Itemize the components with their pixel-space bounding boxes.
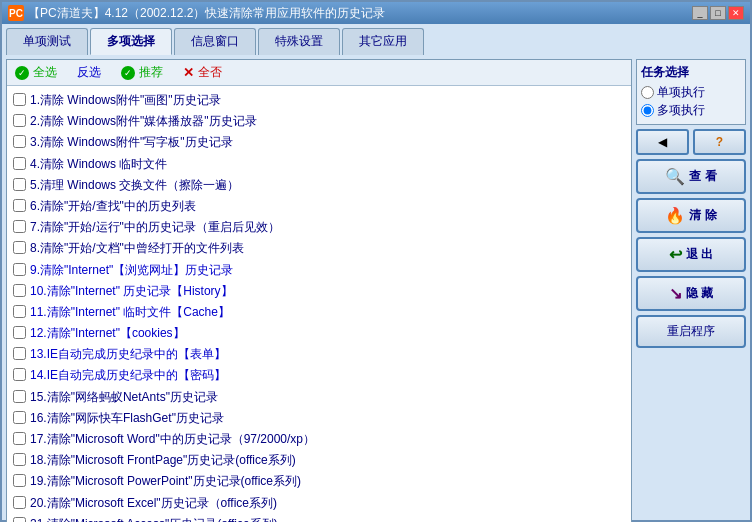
window-title: 【PC清道夫】4.12（2002.12.2）快速清除常用应用软件的历史记录 xyxy=(28,5,385,22)
item-text-7: 7.清除"开始/运行"中的历史记录（重启后见效） xyxy=(30,218,280,237)
list-item: 8.清除"开始/文档"中曾经打开的文件列表 xyxy=(11,238,627,259)
item-text-13: 13.IE自动完成历史纪录中的【表单】 xyxy=(30,345,226,364)
item-text-19: 19.清除"Microsoft PowerPoint"历史记录(office系列… xyxy=(30,472,301,491)
item-checkbox-13[interactable] xyxy=(13,347,26,360)
clear-label: 清 除 xyxy=(689,207,716,224)
list-item: 7.清除"开始/运行"中的历史记录（重启后见效） xyxy=(11,217,627,238)
item-checkbox-17[interactable] xyxy=(13,432,26,445)
item-checkbox-9[interactable] xyxy=(13,263,26,276)
list-item: 4.清除 Windows 临时文件 xyxy=(11,154,627,175)
selection-toolbar: ✓ 全选 反选 ✓ 推荐 ✕ 全否 xyxy=(7,60,631,86)
select-none-label: 全否 xyxy=(198,64,222,81)
item-checkbox-4[interactable] xyxy=(13,157,26,170)
item-checkbox-15[interactable] xyxy=(13,390,26,403)
item-text-12: 12.清除"Internet"【cookies】 xyxy=(30,324,185,343)
list-item: 18.清除"Microsoft FrontPage"历史记录(office系列) xyxy=(11,450,627,471)
view-label: 查 看 xyxy=(689,168,716,185)
view-button[interactable]: 🔍 查 看 xyxy=(636,159,746,194)
select-none-item[interactable]: ✕ 全否 xyxy=(183,64,222,81)
radio-single-label: 单项执行 xyxy=(657,84,705,101)
item-checkbox-1[interactable] xyxy=(13,93,26,106)
item-checkbox-14[interactable] xyxy=(13,368,26,381)
clear-button[interactable]: 🔥 清 除 xyxy=(636,198,746,233)
list-item: 11.清除"Internet" 临时文件【Cache】 xyxy=(11,302,627,323)
list-item: 2.清除 Windows附件"媒体播放器"历史记录 xyxy=(11,111,627,132)
list-item: 21.清除"Microsoft Access"历史记录(office系列) xyxy=(11,514,627,522)
radio-multi[interactable]: 多项执行 xyxy=(641,102,741,119)
hide-icon: ↘ xyxy=(669,284,682,303)
item-checkbox-12[interactable] xyxy=(13,326,26,339)
list-item: 16.清除"网际快车FlashGet"历史记录 xyxy=(11,408,627,429)
tab-bar: 单项测试 多项选择 信息窗口 特殊设置 其它应用 xyxy=(2,24,750,55)
help-button[interactable]: ? xyxy=(693,129,746,155)
item-checkbox-8[interactable] xyxy=(13,241,26,254)
exit-button[interactable]: ↩ 退 出 xyxy=(636,237,746,272)
minimize-button[interactable]: _ xyxy=(692,6,708,20)
list-item: 1.清除 Windows附件"画图"历史记录 xyxy=(11,90,627,111)
restart-button[interactable]: 重启程序 xyxy=(636,315,746,348)
radio-single-input[interactable] xyxy=(641,86,654,99)
tab-info-window[interactable]: 信息窗口 xyxy=(174,28,256,55)
items-list[interactable]: 1.清除 Windows附件"画图"历史记录2.清除 Windows附件"媒体播… xyxy=(7,86,631,522)
back-icon: ◀ xyxy=(658,135,667,149)
back-button[interactable]: ◀ xyxy=(636,129,689,155)
item-text-14: 14.IE自动完成历史纪录中的【密码】 xyxy=(30,366,226,385)
help-icon: ? xyxy=(716,135,723,149)
left-panel: ✓ 全选 反选 ✓ 推荐 ✕ 全否 1.清除 Windows附件"画图"历史记录 xyxy=(6,59,632,522)
main-area: ✓ 全选 反选 ✓ 推荐 ✕ 全否 1.清除 Windows附件"画图"历史记录 xyxy=(2,55,750,522)
recommend-item[interactable]: ✓ 推荐 xyxy=(121,64,163,81)
tab-multi-select[interactable]: 多项选择 xyxy=(90,28,172,55)
nav-row: ◀ ? xyxy=(636,129,746,155)
check-icon: ✓ xyxy=(15,66,29,80)
item-checkbox-5[interactable] xyxy=(13,178,26,191)
item-checkbox-3[interactable] xyxy=(13,135,26,148)
check-icon2: ✓ xyxy=(121,66,135,80)
hide-button[interactable]: ↘ 隐 藏 xyxy=(636,276,746,311)
close-button[interactable]: ✕ xyxy=(728,6,744,20)
list-item: 17.清除"Microsoft Word"中的历史记录（97/2000/xp） xyxy=(11,429,627,450)
exit-label: 退 出 xyxy=(686,246,713,263)
invert-item[interactable]: 反选 xyxy=(77,64,101,81)
list-item: 9.清除"Internet"【浏览网址】历史记录 xyxy=(11,260,627,281)
item-text-10: 10.清除"Internet" 历史记录【History】 xyxy=(30,282,233,301)
item-text-2: 2.清除 Windows附件"媒体播放器"历史记录 xyxy=(30,112,257,131)
item-text-4: 4.清除 Windows 临时文件 xyxy=(30,155,167,174)
item-checkbox-18[interactable] xyxy=(13,453,26,466)
item-checkbox-2[interactable] xyxy=(13,114,26,127)
tab-other-apps[interactable]: 其它应用 xyxy=(342,28,424,55)
list-item: 15.清除"网络蚂蚁NetAnts"历史记录 xyxy=(11,387,627,408)
recommend-label: 推荐 xyxy=(139,64,163,81)
hide-label: 隐 藏 xyxy=(686,285,713,302)
item-checkbox-20[interactable] xyxy=(13,496,26,509)
list-item: 13.IE自动完成历史纪录中的【表单】 xyxy=(11,344,627,365)
select-all-item[interactable]: ✓ 全选 xyxy=(15,64,57,81)
tab-single-test[interactable]: 单项测试 xyxy=(6,28,88,55)
item-checkbox-16[interactable] xyxy=(13,411,26,424)
item-text-6: 6.清除"开始/查找"中的历史列表 xyxy=(30,197,196,216)
exit-icon: ↩ xyxy=(669,245,682,264)
item-checkbox-19[interactable] xyxy=(13,474,26,487)
tab-special-settings[interactable]: 特殊设置 xyxy=(258,28,340,55)
clear-icon: 🔥 xyxy=(665,206,685,225)
x-icon: ✕ xyxy=(183,65,194,80)
item-text-3: 3.清除 Windows附件"写字板"历史记录 xyxy=(30,133,233,152)
item-text-20: 20.清除"Microsoft Excel"历史记录（office系列) xyxy=(30,494,277,513)
item-checkbox-10[interactable] xyxy=(13,284,26,297)
task-select-panel: 任务选择 单项执行 多项执行 xyxy=(636,59,746,125)
item-checkbox-21[interactable] xyxy=(13,517,26,522)
item-checkbox-7[interactable] xyxy=(13,220,26,233)
radio-multi-input[interactable] xyxy=(641,104,654,117)
action-buttons: 🔍 查 看 🔥 清 除 ↩ 退 出 ↘ 隐 藏 xyxy=(636,159,746,311)
item-text-21: 21.清除"Microsoft Access"历史记录(office系列) xyxy=(30,515,278,522)
item-text-9: 9.清除"Internet"【浏览网址】历史记录 xyxy=(30,261,233,280)
radio-single[interactable]: 单项执行 xyxy=(641,84,741,101)
list-item: 6.清除"开始/查找"中的历史列表 xyxy=(11,196,627,217)
item-checkbox-11[interactable] xyxy=(13,305,26,318)
maximize-button[interactable]: □ xyxy=(710,6,726,20)
item-text-8: 8.清除"开始/文档"中曾经打开的文件列表 xyxy=(30,239,244,258)
item-text-1: 1.清除 Windows附件"画图"历史记录 xyxy=(30,91,221,110)
item-checkbox-6[interactable] xyxy=(13,199,26,212)
list-item: 3.清除 Windows附件"写字板"历史记录 xyxy=(11,132,627,153)
invert-label: 反选 xyxy=(77,64,101,81)
list-item: 14.IE自动完成历史纪录中的【密码】 xyxy=(11,365,627,386)
